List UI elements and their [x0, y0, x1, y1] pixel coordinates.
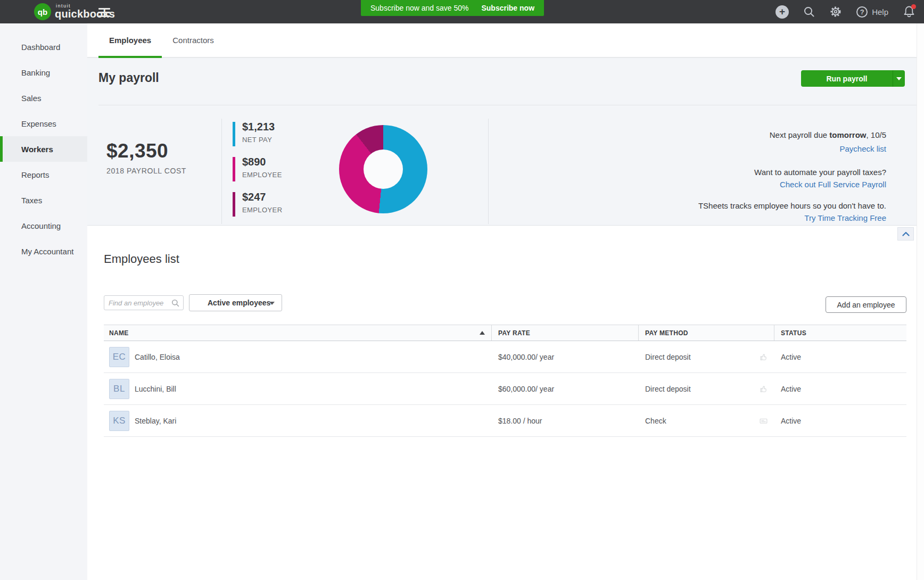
column-header-pay-rate[interactable]: PAY RATE [492, 325, 639, 341]
run-payroll-button[interactable]: Run payroll [801, 70, 905, 87]
payroll-total-value: $2,350 [106, 140, 186, 162]
help-label: Help [872, 7, 888, 16]
time-tracking-link[interactable]: Try Time Tracking Free [804, 212, 886, 224]
employee-color-bar [233, 157, 235, 181]
sidebar-item-expenses[interactable]: Expenses [0, 111, 87, 136]
employer-label: EMPLOYER [242, 206, 282, 214]
pay-rate-cell: $40,000.00/ year [492, 353, 639, 361]
table-header-row: NAME PAY RATE PAY METHOD STATUS [104, 325, 906, 341]
direct-deposit-icon [759, 352, 768, 361]
vertical-scrollbar[interactable] [917, 23, 924, 580]
employee-status-filter[interactable]: Active employees [189, 294, 282, 311]
table-row[interactable]: KS Steblay, Kari $18.00 / hour Check Act… [104, 405, 906, 437]
payroll-stats-legend: $1,213 NET PAY $890 EMPLOYEE $247 EMPL [233, 121, 282, 226]
paycheck-list-link[interactable]: Paycheck list [839, 143, 886, 155]
tsheets-text: TSheets tracks employee hours so you don… [698, 200, 886, 212]
chevron-down-icon [269, 302, 275, 305]
chevron-down-icon [896, 77, 902, 80]
pay-rate-cell: $60,000.00/ year [492, 385, 639, 393]
sidebar-item-sales[interactable]: Sales [0, 85, 87, 111]
automate-taxes-text: Want to automate your payroll taxes? [698, 166, 886, 178]
subscribe-banner: Subscribe now and save 50% Subscribe now [361, 0, 544, 16]
employee-name[interactable]: Lucchini, Bill [135, 385, 176, 393]
net-pay-color-bar [233, 122, 235, 146]
filter-value: Active employees [208, 299, 270, 307]
employees-table: NAME PAY RATE PAY METHOD STATUS EC Catil… [104, 325, 906, 437]
help-icon: ? [856, 6, 868, 18]
employee-label: EMPLOYEE [242, 171, 282, 179]
direct-deposit-icon [759, 384, 768, 393]
sort-ascending-icon [480, 331, 485, 335]
banner-text: Subscribe now and save 50% [370, 4, 468, 12]
avatar: KS [109, 411, 129, 431]
employee-name[interactable]: Catillo, Eloisa [135, 353, 180, 361]
search-input[interactable] [109, 296, 170, 310]
hamburger-menu-icon[interactable] [98, 8, 110, 19]
employee-search [104, 295, 184, 310]
run-payroll-label: Run payroll [801, 70, 893, 87]
net-pay-value: $1,213 [242, 121, 275, 133]
avatar: BL [109, 379, 129, 399]
create-plus-icon[interactable]: + [776, 5, 789, 19]
sidebar-navigation: Dashboard Banking Sales Expenses Workers… [0, 23, 87, 580]
check-icon [759, 416, 768, 425]
divider [98, 105, 917, 105]
workers-tabs: Employees Contractors [87, 23, 924, 58]
table-row[interactable]: EC Catillo, Eloisa $40,000.00/ year Dire… [104, 341, 906, 373]
pay-method-cell: Check [639, 417, 774, 425]
stat-employee: $890 EMPLOYEE [233, 156, 282, 184]
page-title: My payroll [98, 71, 159, 85]
table-row[interactable]: BL Lucchini, Bill $60,000.00/ year Direc… [104, 373, 906, 405]
payroll-donut-chart [339, 125, 427, 213]
column-header-pay-method[interactable]: PAY METHOD [639, 325, 774, 341]
qb-logo-icon: qb [34, 3, 51, 20]
search-icon [171, 299, 179, 307]
stat-net-pay: $1,213 NET PAY [233, 121, 282, 148]
payroll-total-caption: 2018 PAYROLL COST [106, 167, 186, 175]
sidebar-item-taxes[interactable]: Taxes [0, 187, 87, 213]
avatar: EC [109, 347, 129, 367]
payroll-total: $2,350 2018 PAYROLL COST [106, 140, 186, 175]
main-content: Employees Contractors My payroll Run pay… [87, 23, 924, 580]
vertical-divider [221, 119, 222, 224]
sidebar-item-workers[interactable]: Workers [0, 136, 87, 162]
column-header-name[interactable]: NAME [104, 325, 492, 341]
column-header-status[interactable]: STATUS [774, 325, 906, 341]
employees-list-heading: Employees list [104, 252, 179, 266]
status-cell: Active [774, 385, 906, 393]
employee-name[interactable]: Steblay, Kari [135, 417, 176, 425]
notifications-button[interactable] [903, 5, 915, 19]
employer-color-bar [233, 192, 235, 217]
sidebar-item-banking[interactable]: Banking [0, 60, 87, 85]
gear-icon[interactable] [829, 5, 842, 18]
chevron-up-icon [902, 231, 910, 236]
payroll-summary-panel: My payroll Run payroll $2,350 2018 PAYRO… [87, 58, 924, 226]
stat-employer: $247 EMPLOYER [233, 191, 282, 219]
sidebar-item-accounting[interactable]: Accounting [0, 213, 87, 238]
pay-method-cell: Direct deposit [639, 353, 774, 361]
full-service-payroll-link[interactable]: Check out Full Service Payroll [780, 178, 886, 190]
employer-value: $247 [242, 191, 282, 203]
add-employee-button[interactable]: Add an employee [826, 296, 906, 313]
next-payroll-due-text: Next payroll due tomorrow, 10/5 [698, 129, 886, 141]
topbar-actions: + ? Help [776, 0, 915, 23]
sidebar-item-reports[interactable]: Reports [0, 162, 87, 187]
subscribe-now-button[interactable]: Subscribe now [481, 4, 534, 12]
quickbooks-payroll-page: qb intuit quickbooks Subscribe now and s… [0, 0, 924, 580]
payroll-notes: Next payroll due tomorrow, 10/5 Paycheck… [698, 129, 886, 224]
top-navigation-bar: qb intuit quickbooks Subscribe now and s… [0, 0, 924, 23]
tab-employees[interactable]: Employees [98, 23, 162, 57]
search-icon[interactable] [803, 6, 815, 18]
collapse-summary-button[interactable] [897, 227, 914, 241]
run-payroll-dropdown[interactable] [893, 70, 905, 87]
tab-contractors[interactable]: Contractors [162, 23, 225, 57]
notification-badge [911, 4, 916, 9]
sidebar-item-dashboard[interactable]: Dashboard [0, 34, 87, 60]
pay-method-cell: Direct deposit [639, 385, 774, 393]
net-pay-label: NET PAY [242, 136, 275, 144]
employees-list-panel: Employees list Active employees Add an e… [87, 226, 924, 580]
vertical-divider [488, 119, 489, 224]
employee-value: $890 [242, 156, 282, 168]
help-button[interactable]: ? Help [856, 6, 888, 18]
sidebar-item-my-accountant[interactable]: My Accountant [0, 238, 87, 264]
